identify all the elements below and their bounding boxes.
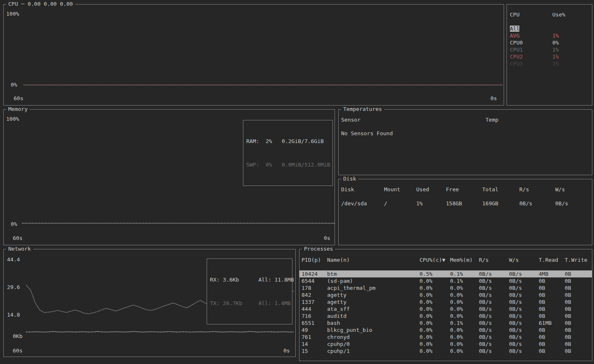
process-cell-cpu: 0.0% bbox=[420, 348, 450, 355]
process-cell-rs: 0B/s bbox=[479, 284, 509, 291]
cpu-legend-name-cell: CPU1 bbox=[510, 46, 552, 53]
disk-col-rs[interactable]: R/s bbox=[519, 186, 555, 193]
process-cell-ws: 0B/s bbox=[509, 291, 539, 298]
cpu-legend-row[interactable]: CPU2 1% bbox=[507, 53, 592, 60]
memory-panel[interactable]: Memory 100% 0% RAM: 2% 0.2GiB/7.6GiB SWP… bbox=[3, 109, 335, 245]
cpu-legend-name: All bbox=[510, 26, 519, 32]
processes-col-cpu-sort[interactable]: CPU%(c)▼ bbox=[420, 256, 450, 263]
process-row[interactable]: 761 chronyd 0.0% 0.0% 0B/s 0B/s 0B 0B bbox=[299, 333, 592, 341]
process-row[interactable]: 716 auditd 0.0% 0.0% 0B/s 0B/s 0B 0B bbox=[299, 312, 592, 319]
processes-col-name[interactable]: Name(n) bbox=[327, 256, 420, 263]
process-cell-ws: 0B/s bbox=[509, 284, 539, 291]
process-cell-mem: 0.0% bbox=[450, 341, 479, 348]
processes-panel[interactable]: Processes PID(p) Name(n) CPU%(c)▼ Mem%(m… bbox=[299, 249, 592, 361]
process-row[interactable]: 1337 agetty 0.0% 0.0% 0B/s 0B/s 0B 0B bbox=[299, 298, 592, 305]
process-cell-tread: 4MB bbox=[539, 270, 565, 277]
network-y-tick-44: 44.4 bbox=[7, 257, 20, 263]
process-row[interactable]: 6551 bash 0.0% 0.1% 0B/s 0B/s 61MB 0B bbox=[299, 319, 592, 326]
processes-col-twrite[interactable]: T.Write bbox=[565, 256, 592, 263]
cpu-legend-panel[interactable]: CPU Use% All AVG 1% CPU0 0% bbox=[507, 4, 592, 106]
cpu-legend-use-cell: 0% bbox=[552, 39, 592, 46]
process-cell-cpu: 0.0% bbox=[420, 326, 450, 333]
cpu-legend-row[interactable]: CPU0 0% bbox=[507, 39, 592, 46]
process-cell-pid: 1337 bbox=[302, 298, 327, 305]
disk-row[interactable]: /dev/sda / 1% 158GB 169GB 0B/s 0B/s bbox=[339, 200, 592, 207]
process-cell-pid: 842 bbox=[302, 291, 327, 298]
disk-col-used[interactable]: Used bbox=[416, 186, 446, 193]
processes-col-ws[interactable]: W/s bbox=[509, 256, 539, 263]
process-row[interactable]: 15 cpuhp/1 0.0% 0.0% 0B/s 0B/s 0B 0B bbox=[299, 348, 592, 355]
process-cell-twrite: 0B bbox=[565, 291, 592, 298]
cpu-legend-row[interactable]: All bbox=[507, 25, 592, 32]
disk-col-mount[interactable]: Mount bbox=[384, 186, 416, 193]
cpu-legend-row[interactable]: CPU3 1% bbox=[507, 60, 592, 67]
process-cell-name: agetty bbox=[327, 291, 420, 298]
disk-cell-mount: / bbox=[384, 200, 416, 207]
cpu-legend-use-cell bbox=[552, 25, 592, 32]
processes-col-mem[interactable]: Mem%(m) bbox=[450, 256, 479, 263]
process-cell-name: btm bbox=[327, 270, 420, 277]
temperatures-panel[interactable]: Temperatures Sensor Temp No Sensors Foun… bbox=[338, 109, 592, 175]
process-cell-pid: 716 bbox=[302, 312, 327, 319]
process-cell-cpu: 0.0% bbox=[420, 341, 450, 348]
process-cell-mem: 0.0% bbox=[450, 326, 479, 333]
cpu-usage-chart[interactable] bbox=[24, 14, 503, 86]
disk-col-total[interactable]: Total bbox=[482, 186, 519, 193]
network-legend-tx: TX: 26.7Kb All: 1.4MB bbox=[210, 299, 289, 307]
temperatures-empty-message: No Sensors Found bbox=[341, 130, 393, 136]
process-row[interactable]: 178 acpi_thermal_pm 0.0% 0.0% 0B/s 0B/s … bbox=[299, 284, 592, 291]
cpu-legend-use-cell: 1% bbox=[552, 53, 592, 60]
cpu-legend-name: CPU0 bbox=[510, 40, 523, 46]
process-cell-rs: 0B/s bbox=[479, 341, 509, 348]
process-cell-twrite: 0B bbox=[565, 312, 592, 319]
cpu-legend-name: CPU3 bbox=[510, 61, 523, 67]
process-cell-tread: 0B bbox=[539, 341, 565, 348]
process-cell-mem: 0.0% bbox=[450, 312, 479, 319]
process-cell-mem: 0.0% bbox=[450, 305, 479, 312]
cpu-legend-name: CPU1 bbox=[510, 47, 523, 53]
cpu-legend-use-cell: 1% bbox=[552, 46, 592, 53]
process-row[interactable]: 444 ata_sff 0.0% 0.0% 0B/s 0B/s 0B 0B bbox=[299, 305, 592, 312]
cpu-legend-row[interactable]: CPU1 1% bbox=[507, 46, 592, 53]
cpu-legend-name-cell: CPU0 bbox=[510, 39, 552, 46]
process-cell-pid: 49 bbox=[302, 326, 327, 333]
disk-col-ws[interactable]: W/s bbox=[555, 186, 592, 193]
process-row[interactable]: 10424 btm 0.5% 0.1% 0B/s 0B/s 4MB 0B bbox=[299, 270, 592, 277]
process-cell-ws: 0B/s bbox=[509, 348, 539, 355]
cpu-legend-row[interactable]: AVG 1% bbox=[507, 32, 592, 39]
network-y-tick-14: 14.8 bbox=[7, 312, 20, 318]
cpu-x-axis-right-label: 0s bbox=[490, 96, 497, 101]
process-cell-tread: 0B bbox=[539, 305, 565, 312]
process-cell-pid: 6544 bbox=[302, 277, 327, 284]
process-cell-twrite: 0B bbox=[565, 270, 592, 277]
process-cell-ws: 0B/s bbox=[509, 341, 539, 348]
process-cell-mem: 0.0% bbox=[450, 298, 479, 305]
processes-col-tread[interactable]: T.Read bbox=[539, 256, 565, 263]
process-row[interactable]: 14 cpuhp/0 0.0% 0.0% 0B/s 0B/s 0B 0B bbox=[299, 341, 592, 348]
process-cell-rs: 0B/s bbox=[479, 277, 509, 284]
process-cell-pid: 10424 bbox=[302, 270, 327, 277]
network-panel[interactable]: Network 44.4 29.6 14.8 0Kb RX: 3.6Kb All… bbox=[3, 249, 296, 357]
process-row[interactable]: 6544 (sd-pam) 0.0% 0.1% 0B/s 0B/s 0B 0B bbox=[299, 277, 592, 284]
processes-col-rs[interactable]: R/s bbox=[479, 256, 509, 263]
disk-col-free[interactable]: Free bbox=[446, 186, 482, 193]
disk-col-disk[interactable]: Disk bbox=[341, 186, 384, 193]
cpu-panel[interactable]: CPU ─ 0.00 0.00 0.00 100% 0% 60s 0s bbox=[3, 4, 504, 106]
cpu-legend-name: AVG bbox=[510, 33, 519, 39]
process-cell-mem: 0.0% bbox=[450, 333, 479, 341]
process-row[interactable]: 842 agetty 0.0% 0.0% 0B/s 0B/s 0B 0B bbox=[299, 291, 592, 298]
process-cell-cpu: 0.0% bbox=[420, 319, 450, 326]
disk-cell-rs: 0B/s bbox=[519, 200, 555, 207]
process-cell-pid: 14 bbox=[302, 341, 327, 348]
disk-panel[interactable]: Disk Disk Mount Used Free Total R/s W/s … bbox=[338, 179, 592, 245]
temperatures-col-temp: Temp bbox=[486, 116, 592, 123]
cpu-legend-use-cell: 1% bbox=[552, 32, 592, 39]
processes-col-pid[interactable]: PID(p) bbox=[302, 256, 327, 263]
process-cell-name: blkcg_punt_bio bbox=[327, 326, 420, 333]
process-cell-ws: 0B/s bbox=[509, 298, 539, 305]
process-cell-rs: 0B/s bbox=[479, 319, 509, 326]
process-cell-name: chronyd bbox=[327, 333, 420, 341]
process-cell-cpu: 0.0% bbox=[420, 298, 450, 305]
process-cell-pid: 761 bbox=[302, 333, 327, 341]
process-row[interactable]: 49 blkcg_punt_bio 0.0% 0.0% 0B/s 0B/s 0B… bbox=[299, 326, 592, 333]
